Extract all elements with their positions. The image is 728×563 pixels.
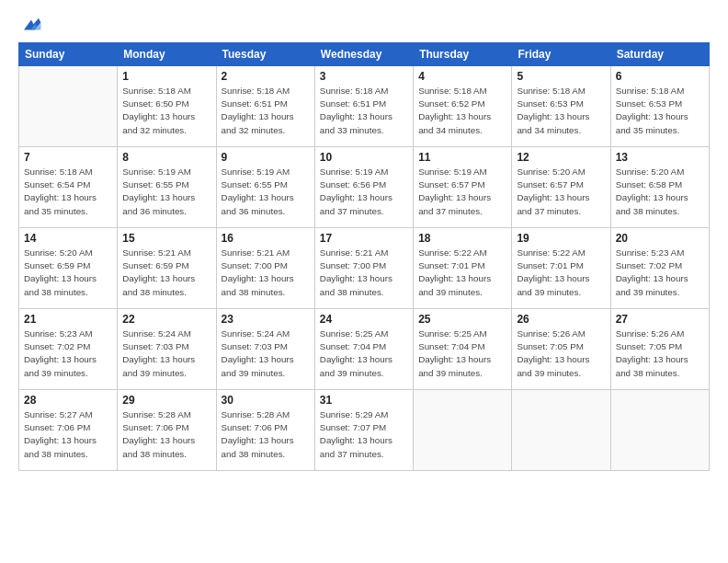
day-info: Sunrise: 5:18 AM Sunset: 6:51 PM Dayligh… — [222, 85, 310, 137]
calendar-cell: 10Sunrise: 5:19 AM Sunset: 6:56 PM Dayli… — [314, 147, 413, 228]
calendar-week-row: 1Sunrise: 5:18 AM Sunset: 6:50 PM Daylig… — [19, 66, 710, 147]
logo — [18, 17, 42, 33]
calendar-cell — [19, 66, 118, 147]
day-info: Sunrise: 5:19 AM Sunset: 6:57 PM Dayligh… — [418, 166, 506, 218]
day-number: 23 — [222, 313, 310, 326]
calendar-week-row: 7Sunrise: 5:18 AM Sunset: 6:54 PM Daylig… — [19, 147, 710, 228]
weekday-header-sunday: Sunday — [19, 43, 118, 66]
calendar-cell: 21Sunrise: 5:23 AM Sunset: 7:02 PM Dayli… — [19, 309, 118, 390]
day-number: 14 — [24, 232, 112, 245]
day-number: 21 — [24, 313, 112, 326]
day-info: Sunrise: 5:20 AM Sunset: 6:57 PM Dayligh… — [517, 166, 605, 218]
day-info: Sunrise: 5:26 AM Sunset: 7:05 PM Dayligh… — [616, 327, 704, 380]
day-number: 11 — [418, 151, 506, 164]
day-number: 16 — [222, 232, 310, 245]
day-number: 3 — [320, 70, 408, 83]
calendar-table: SundayMondayTuesdayWednesdayThursdayFrid… — [18, 42, 710, 471]
calendar-cell: 19Sunrise: 5:22 AM Sunset: 7:01 PM Dayli… — [512, 228, 610, 309]
page: SundayMondayTuesdayWednesdayThursdayFrid… — [0, 0, 728, 563]
day-number: 27 — [616, 313, 704, 326]
day-info: Sunrise: 5:19 AM Sunset: 6:56 PM Dayligh… — [320, 166, 408, 218]
day-number: 15 — [122, 232, 210, 245]
weekday-header-tuesday: Tuesday — [216, 43, 314, 66]
calendar-cell: 20Sunrise: 5:23 AM Sunset: 7:02 PM Dayli… — [610, 228, 709, 309]
calendar-cell: 31Sunrise: 5:29 AM Sunset: 7:07 PM Dayli… — [314, 390, 413, 471]
calendar-cell: 9Sunrise: 5:19 AM Sunset: 6:55 PM Daylig… — [216, 147, 314, 228]
day-info: Sunrise: 5:21 AM Sunset: 6:59 PM Dayligh… — [122, 247, 210, 299]
day-info: Sunrise: 5:22 AM Sunset: 7:01 PM Dayligh… — [418, 247, 506, 299]
calendar-cell: 4Sunrise: 5:18 AM Sunset: 6:52 PM Daylig… — [414, 66, 512, 147]
calendar-cell: 3Sunrise: 5:18 AM Sunset: 6:51 PM Daylig… — [314, 66, 413, 147]
day-info: Sunrise: 5:18 AM Sunset: 6:53 PM Dayligh… — [517, 85, 605, 137]
calendar-week-row: 14Sunrise: 5:20 AM Sunset: 6:59 PM Dayli… — [19, 228, 710, 309]
calendar-cell: 5Sunrise: 5:18 AM Sunset: 6:53 PM Daylig… — [512, 66, 610, 147]
day-info: Sunrise: 5:20 AM Sunset: 6:59 PM Dayligh… — [24, 247, 112, 299]
day-info: Sunrise: 5:18 AM Sunset: 6:50 PM Dayligh… — [122, 85, 210, 137]
day-number: 7 — [24, 151, 112, 164]
calendar-cell: 13Sunrise: 5:20 AM Sunset: 6:58 PM Dayli… — [610, 147, 709, 228]
day-info: Sunrise: 5:24 AM Sunset: 7:03 PM Dayligh… — [122, 327, 210, 380]
day-info: Sunrise: 5:23 AM Sunset: 7:02 PM Dayligh… — [616, 247, 704, 299]
logo-text — [18, 17, 42, 33]
weekday-header-saturday: Saturday — [610, 43, 709, 66]
calendar-cell: 18Sunrise: 5:22 AM Sunset: 7:01 PM Dayli… — [414, 228, 512, 309]
day-info: Sunrise: 5:26 AM Sunset: 7:05 PM Dayligh… — [517, 327, 605, 380]
calendar-cell: 26Sunrise: 5:26 AM Sunset: 7:05 PM Dayli… — [512, 309, 610, 390]
day-info: Sunrise: 5:19 AM Sunset: 6:55 PM Dayligh… — [222, 166, 310, 218]
day-number: 24 — [320, 313, 408, 326]
day-number: 26 — [517, 313, 605, 326]
day-number: 13 — [616, 151, 704, 164]
day-info: Sunrise: 5:28 AM Sunset: 7:06 PM Dayligh… — [222, 408, 310, 461]
header — [18, 17, 710, 33]
day-number: 8 — [122, 151, 210, 164]
day-number: 9 — [222, 151, 310, 164]
day-info: Sunrise: 5:21 AM Sunset: 7:00 PM Dayligh… — [320, 247, 408, 299]
day-info: Sunrise: 5:25 AM Sunset: 7:04 PM Dayligh… — [418, 327, 506, 380]
day-info: Sunrise: 5:18 AM Sunset: 6:54 PM Dayligh… — [24, 166, 112, 218]
day-number: 6 — [616, 70, 704, 83]
day-number: 18 — [418, 232, 506, 245]
day-number: 2 — [222, 70, 310, 83]
calendar-cell: 25Sunrise: 5:25 AM Sunset: 7:04 PM Dayli… — [414, 309, 512, 390]
calendar-cell — [414, 390, 512, 471]
calendar-cell: 7Sunrise: 5:18 AM Sunset: 6:54 PM Daylig… — [19, 147, 118, 228]
day-info: Sunrise: 5:19 AM Sunset: 6:55 PM Dayligh… — [122, 166, 210, 218]
calendar-week-row: 21Sunrise: 5:23 AM Sunset: 7:02 PM Dayli… — [19, 309, 710, 390]
day-number: 30 — [222, 394, 310, 407]
day-info: Sunrise: 5:23 AM Sunset: 7:02 PM Dayligh… — [24, 327, 112, 380]
calendar-cell: 8Sunrise: 5:19 AM Sunset: 6:55 PM Daylig… — [118, 147, 216, 228]
calendar-cell — [610, 390, 709, 471]
day-info: Sunrise: 5:22 AM Sunset: 7:01 PM Dayligh… — [517, 247, 605, 299]
calendar-cell: 30Sunrise: 5:28 AM Sunset: 7:06 PM Dayli… — [216, 390, 314, 471]
calendar-cell: 29Sunrise: 5:28 AM Sunset: 7:06 PM Dayli… — [118, 390, 216, 471]
logo-bird-icon — [20, 17, 42, 33]
weekday-header-thursday: Thursday — [414, 43, 512, 66]
day-number: 25 — [418, 313, 506, 326]
day-number: 1 — [122, 70, 210, 83]
day-info: Sunrise: 5:24 AM Sunset: 7:03 PM Dayligh… — [222, 327, 310, 380]
day-info: Sunrise: 5:29 AM Sunset: 7:07 PM Dayligh… — [320, 408, 408, 461]
weekday-header-row: SundayMondayTuesdayWednesdayThursdayFrid… — [19, 43, 710, 66]
day-info: Sunrise: 5:27 AM Sunset: 7:06 PM Dayligh… — [24, 408, 112, 461]
calendar-cell: 22Sunrise: 5:24 AM Sunset: 7:03 PM Dayli… — [118, 309, 216, 390]
weekday-header-monday: Monday — [118, 43, 216, 66]
weekday-header-wednesday: Wednesday — [314, 43, 413, 66]
day-info: Sunrise: 5:28 AM Sunset: 7:06 PM Dayligh… — [122, 408, 210, 461]
calendar-cell — [512, 390, 610, 471]
calendar-cell: 16Sunrise: 5:21 AM Sunset: 7:00 PM Dayli… — [216, 228, 314, 309]
calendar-week-row: 28Sunrise: 5:27 AM Sunset: 7:06 PM Dayli… — [19, 390, 710, 471]
calendar-cell: 28Sunrise: 5:27 AM Sunset: 7:06 PM Dayli… — [19, 390, 118, 471]
day-number: 5 — [517, 70, 605, 83]
day-number: 20 — [616, 232, 704, 245]
calendar-cell: 6Sunrise: 5:18 AM Sunset: 6:53 PM Daylig… — [610, 66, 709, 147]
weekday-header-friday: Friday — [512, 43, 610, 66]
day-number: 31 — [320, 394, 408, 407]
calendar-cell: 2Sunrise: 5:18 AM Sunset: 6:51 PM Daylig… — [216, 66, 314, 147]
calendar-cell: 1Sunrise: 5:18 AM Sunset: 6:50 PM Daylig… — [118, 66, 216, 147]
calendar-cell: 17Sunrise: 5:21 AM Sunset: 7:00 PM Dayli… — [314, 228, 413, 309]
day-number: 10 — [320, 151, 408, 164]
day-number: 22 — [122, 313, 210, 326]
calendar-cell: 11Sunrise: 5:19 AM Sunset: 6:57 PM Dayli… — [414, 147, 512, 228]
day-number: 28 — [24, 394, 112, 407]
calendar-cell: 23Sunrise: 5:24 AM Sunset: 7:03 PM Dayli… — [216, 309, 314, 390]
